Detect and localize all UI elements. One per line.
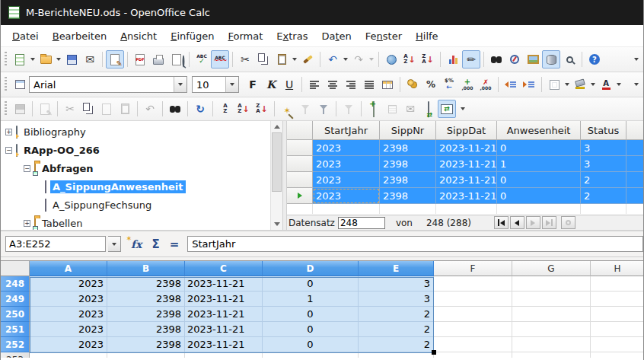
decrease-indent-button[interactable] xyxy=(502,75,520,94)
page-preview-button[interactable] xyxy=(167,50,186,68)
print-button[interactable] xyxy=(149,50,167,68)
cell-b248[interactable]: 2398 xyxy=(107,276,185,292)
new-document-button[interactable] xyxy=(11,50,29,68)
copy-record-button[interactable] xyxy=(79,100,97,118)
function-wizard-button[interactable]: ✶fx xyxy=(131,238,142,250)
scrollbar-thumb[interactable] xyxy=(272,132,282,192)
row-selector-header[interactable] xyxy=(287,121,313,140)
cell-f250[interactable] xyxy=(434,307,512,322)
redo-dropdown[interactable] xyxy=(369,58,374,61)
cell-d248[interactable]: 0 xyxy=(263,276,359,292)
navigator-button[interactable] xyxy=(505,50,524,68)
menu-extras[interactable]: Extras xyxy=(269,27,314,45)
grid-cell[interactable]: 2398 xyxy=(380,172,436,188)
align-right-button[interactable] xyxy=(342,75,360,94)
menu-format[interactable]: Format xyxy=(222,27,270,45)
grid-cell[interactable]: 2023-11-21 xyxy=(436,188,497,204)
formatting-toolbar-overflow[interactable] xyxy=(634,83,639,86)
tree-item-bibliography[interactable]: + Bibliography xyxy=(1,123,282,141)
cell-g249[interactable] xyxy=(512,292,591,307)
delete-decimal-button[interactable]: ✗,000 xyxy=(477,75,495,94)
grid-cell[interactable]: 2023 xyxy=(313,156,380,172)
menu-fenster[interactable]: Fenster xyxy=(359,27,409,45)
sum-button[interactable]: Σ xyxy=(151,237,159,251)
styles-button[interactable] xyxy=(11,75,29,94)
row-header-248[interactable]: 248 xyxy=(1,276,30,292)
tree-item-abfragen[interactable]: − Abfragen xyxy=(1,159,282,177)
email-button[interactable]: ✉ xyxy=(81,50,99,68)
menu-bearbeiten[interactable]: Bearbeiten xyxy=(46,27,113,45)
cell-a248[interactable]: 2023 xyxy=(30,276,107,292)
tree-item-tabellen[interactable]: + Tabellen xyxy=(1,214,282,230)
font-size-combobox[interactable] xyxy=(192,76,239,93)
cell-e253[interactable] xyxy=(359,352,434,358)
cell-g248[interactable] xyxy=(512,276,591,292)
collapse-icon[interactable]: − xyxy=(24,165,30,172)
cell-c252[interactable]: 2023-11-21 xyxy=(185,337,263,352)
row-selector[interactable] xyxy=(287,172,313,188)
open-button[interactable] xyxy=(37,50,55,68)
percent-format-button[interactable]: % xyxy=(422,75,440,94)
sort-button[interactable]: AZ xyxy=(216,100,234,118)
collapse-icon[interactable]: − xyxy=(5,147,12,154)
cell-d252[interactable]: 0 xyxy=(263,337,359,352)
expand-icon[interactable]: + xyxy=(5,129,12,135)
name-box-dropdown[interactable] xyxy=(108,236,121,252)
cell-e249[interactable]: 3 xyxy=(359,292,434,307)
find-replace-button[interactable] xyxy=(487,50,505,68)
cell-g250[interactable] xyxy=(512,307,591,322)
menu-einfuegen[interactable]: Einfügen xyxy=(164,27,221,45)
grid-cell[interactable]: 2398 xyxy=(380,188,436,204)
font-size-input[interactable] xyxy=(193,79,225,91)
grid-cell[interactable]: 2023-11-21 xyxy=(436,156,497,172)
grid-cell[interactable]: 3 xyxy=(581,156,626,172)
sort-ascending-button[interactable]: AZ↓ xyxy=(400,50,419,68)
save-button[interactable] xyxy=(62,50,81,68)
cell-a253[interactable] xyxy=(30,352,107,358)
cell-b253[interactable] xyxy=(107,352,185,358)
column-header-g[interactable]: G xyxy=(512,261,591,276)
last-record-button[interactable] xyxy=(542,216,556,229)
cell-e248[interactable]: 3 xyxy=(359,276,434,292)
equals-button[interactable]: = xyxy=(170,237,180,251)
cell-f252[interactable] xyxy=(434,337,512,352)
grid-cell[interactable]: 2 xyxy=(581,172,626,188)
name-box-input[interactable] xyxy=(6,238,105,250)
cell-h248[interactable] xyxy=(591,276,644,292)
record-number-input[interactable] xyxy=(338,217,385,229)
expand-icon[interactable]: + xyxy=(24,220,30,227)
menu-daten[interactable]: Daten xyxy=(314,27,358,45)
undo-data-button[interactable]: ↶ xyxy=(141,100,159,118)
cell-f253[interactable] xyxy=(434,352,512,358)
font-name-dropdown[interactable] xyxy=(174,77,187,92)
font-color-dropdown[interactable] xyxy=(617,83,621,86)
scroll-up-button[interactable] xyxy=(271,121,282,132)
align-justify-button[interactable] xyxy=(360,75,378,94)
grid-cell[interactable]: 2398 xyxy=(380,140,436,156)
toolbar-grip[interactable] xyxy=(5,77,7,92)
menu-ansicht[interactable]: Ansicht xyxy=(113,27,164,45)
first-record-button[interactable] xyxy=(494,216,509,229)
menu-datei[interactable]: Datei xyxy=(5,27,46,45)
tree-item-a-sippunganwesenheit[interactable]: A_SippungAnwesenheit xyxy=(1,177,282,196)
column-header-e[interactable]: E xyxy=(359,261,434,276)
sort-descending-data-button[interactable]: ZA↓ xyxy=(253,100,271,118)
current-document-data-source-button[interactable]: ⇄ xyxy=(419,100,438,118)
sort-ascending-data-button[interactable]: AZ↓ xyxy=(234,100,253,118)
cell-e250[interactable]: 2 xyxy=(359,307,434,322)
copy-button[interactable] xyxy=(254,50,273,68)
data-to-text-button[interactable]: + xyxy=(365,100,383,118)
reset-filter-button[interactable] xyxy=(340,100,358,118)
column-header-anwesenheit[interactable]: Anwesenheit xyxy=(497,121,581,140)
explorer-on-off-button[interactable]: ⇄ xyxy=(438,100,456,118)
cell-e252[interactable]: 2 xyxy=(359,337,434,352)
cell-a249[interactable]: 2023 xyxy=(30,292,107,307)
cell-g253[interactable] xyxy=(512,352,591,358)
formula-input[interactable] xyxy=(188,237,642,251)
cell-d253[interactable] xyxy=(263,352,359,358)
cell-f249[interactable] xyxy=(434,292,512,307)
cell-c248[interactable]: 2023-11-21 xyxy=(185,276,263,292)
cell-d249[interactable]: 1 xyxy=(263,292,359,307)
cell-h252[interactable] xyxy=(591,337,644,352)
mail-merge-button[interactable]: ✉ xyxy=(401,100,419,118)
